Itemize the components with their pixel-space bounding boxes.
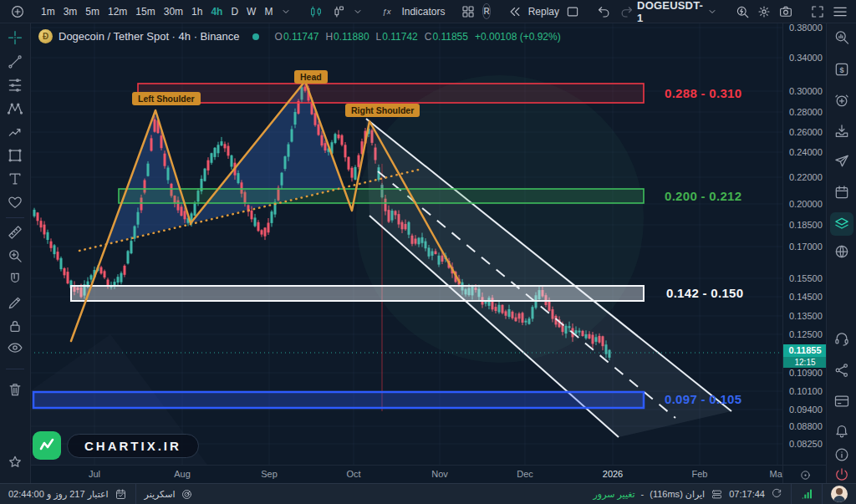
zone-label-resistance[interactable]: 0.288 - 0.310 [665,86,741,100]
data-feed-button[interactable] [792,484,822,504]
screener-button[interactable]: اسکرینر [136,484,202,504]
demand-zone[interactable] [33,392,644,408]
save-down-icon[interactable] [833,123,850,140]
alarm-plus-icon[interactable] [833,92,850,109]
power-icon[interactable] [833,466,850,483]
trash-icon[interactable] [7,381,23,398]
timeframe-M[interactable]: M [260,5,277,18]
zone-label-demand[interactable]: 0.097 - 0.105 [665,392,741,406]
timeframe-4h[interactable]: 4h [206,5,227,18]
drawing-toolbar [0,23,31,483]
symbol-legend[interactable]: Ð Dogecoin / Tether Spot · 4h · Binance … [38,29,561,43]
head-label[interactable]: Head [294,70,328,84]
timeframe-W[interactable]: W [242,5,260,18]
change-server-link[interactable]: تغییر سرور [594,489,635,500]
axis-settings-corner[interactable] [782,465,827,484]
timeframes-chevron-down-icon[interactable] [277,6,295,18]
dollar-square-icon[interactable]: $ [833,61,850,78]
support-zone[interactable] [71,286,644,301]
zoom-in-icon[interactable] [7,247,23,264]
draw-lock-icon[interactable] [7,294,23,311]
forecast-icon[interactable] [7,124,23,140]
price-tick: 0.14500 [789,292,823,302]
paper-plane-icon[interactable] [833,153,850,170]
ruler-icon[interactable] [7,224,23,241]
candle-settings-icon[interactable] [327,4,349,19]
redo-icon[interactable] [615,4,637,19]
screenshot-camera-icon[interactable] [775,4,797,19]
timeframe-D[interactable]: D [227,5,242,18]
visibility-dot-icon[interactable] [252,33,259,40]
chart-style-chevron-down-icon[interactable] [349,6,367,18]
account-button[interactable] [823,484,856,504]
calendar-icon[interactable] [833,184,850,201]
time-axis[interactable]: JulAugSepOctNovDec2026FebMar [30,465,782,484]
flip-zone[interactable] [119,189,644,203]
chart-style-candles-icon[interactable] [305,4,327,19]
share-icon[interactable] [833,362,850,379]
r-badge[interactable]: R [482,3,490,19]
eye-icon[interactable] [7,339,23,356]
crosshair-icon[interactable] [7,29,23,46]
server-icon [711,488,723,501]
timeframe-row: 1m3m5m12m15m30m1h4hDWM [37,5,277,18]
info-icon[interactable] [833,446,850,463]
credit-status: اعتبار 217 روز و 02:44:00 [0,484,135,504]
settings-gear-icon[interactable] [753,4,775,19]
chartix-logo-icon [33,431,61,460]
chartix-wordmark: CHARTIX.IR [67,434,199,458]
heart-icon[interactable] [7,194,23,211]
timeframe-3m[interactable]: 3m [59,5,82,18]
xabcd-icon[interactable] [7,100,23,117]
resistance-zone[interactable] [138,84,644,103]
hamburger-menu-icon[interactable] [828,3,852,20]
layout-chevron-down-icon[interactable] [703,6,721,18]
undo-icon[interactable] [594,4,615,19]
timezone-settings-icon[interactable] [799,469,812,481]
globe-icon[interactable] [833,243,850,260]
timeframe-5m[interactable]: 5m [81,5,104,18]
timeframe-1m[interactable]: 1m [37,5,59,18]
credit-text: اعتبار 217 روز و 02:44:00 [8,489,109,500]
timeframe-1h[interactable]: 1h [187,5,206,18]
fib-lines-icon[interactable] [7,77,23,94]
legend-title[interactable]: Dogecoin / Tether Spot · 4h · Binance [59,30,240,43]
trading-terminal: 1m3m5m12m15m30m1h4hDWM ƒx Indicators R R… [0,0,856,504]
shapes-icon[interactable] [7,147,23,164]
layers-icon[interactable] [833,216,850,232]
server-latency: ایران (116ms) [650,489,705,500]
timeframe-15m[interactable]: 15m [131,5,159,18]
watchlist-search-icon[interactable] [833,29,850,46]
price-axis[interactable]: 0.11855 12:15 0.380000.340000.300000.280… [782,23,827,465]
credit-card-icon[interactable] [833,393,850,410]
chart-pane[interactable]: Ð Dogecoin / Tether Spot · 4h · Binance … [30,23,782,465]
quick-search-icon[interactable] [731,4,753,19]
server-status: تغییر سرور - ایران (116ms) 07:17:44 [585,484,791,504]
zone-label-flip[interactable]: 0.200 - 0.212 [665,189,741,203]
magnet-icon[interactable] [7,271,23,288]
trend-line-icon[interactable] [7,53,23,70]
timeframe-12m[interactable]: 12m [104,5,131,18]
replay-button[interactable]: Replay [526,6,562,18]
screener-label[interactable]: اسکرینر [145,489,176,500]
star-icon[interactable] [7,454,23,471]
avatar[interactable] [831,486,848,502]
bell-icon[interactable] [833,422,850,439]
replay-range-icon[interactable] [562,4,583,19]
layout-grid-icon[interactable] [457,4,479,19]
zone-label-support[interactable]: 0.142 - 0.150 [666,286,743,300]
time-tick: 2026 [603,469,623,479]
left-shoulder-label[interactable]: Left Shoulder [132,92,201,105]
layout-name[interactable]: DOGEUSDT-1 [637,0,703,24]
add-symbol-icon[interactable] [7,4,28,19]
indicators-button[interactable]: Indicators [399,6,447,18]
fx-icon[interactable]: ƒx [377,4,399,19]
right-shoulder-label[interactable]: Right Shoulder [345,104,420,117]
fullscreen-icon[interactable] [807,4,828,19]
lock-icon[interactable] [7,318,23,334]
text-tool-icon[interactable] [7,171,23,187]
timeframe-30m[interactable]: 30m [160,5,187,18]
refresh-icon[interactable] [771,488,782,500]
headset-icon[interactable] [833,330,850,347]
rewind-icon[interactable] [504,4,526,19]
